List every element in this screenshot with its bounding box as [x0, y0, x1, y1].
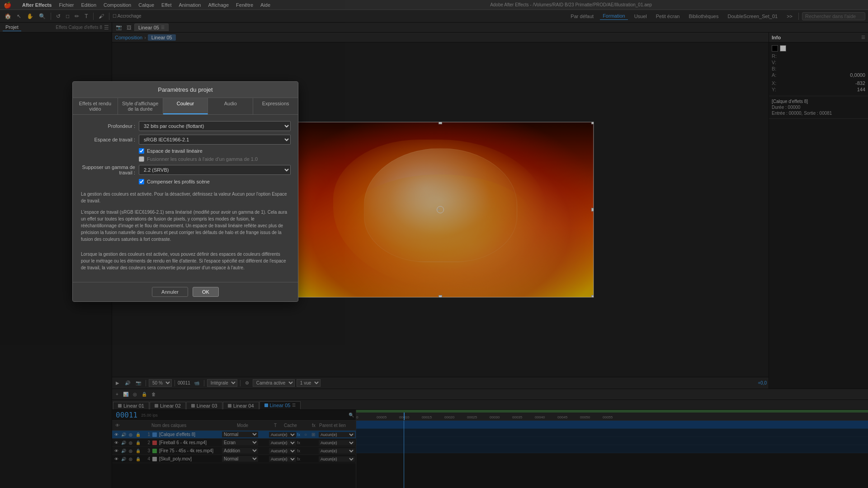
check-compenser-label: Compenser les profils scène — [147, 179, 210, 184]
info-text-3: Lorsque la gestion des couleurs est acti… — [80, 251, 291, 271]
dialog-tab-effets[interactable]: Effets et rendu vidéo — [73, 98, 118, 114]
espace-control: sRGB IEC61966-2.1 — [139, 135, 291, 145]
dialog-projet: Paramètres du projet Effets et rendu vid… — [72, 81, 298, 302]
check-fusionner[interactable] — [139, 156, 144, 162]
info-text-2: L'espace de travail (sRGB IEC61966-2.1) … — [80, 209, 291, 243]
espace-label: Espace de travail : — [80, 137, 139, 142]
dialog-tabs: Effets et rendu vidéo Style d'affichage … — [73, 98, 298, 115]
dialog-tab-couleur[interactable]: Couleur — [163, 98, 208, 114]
gamma-label: Supposer un gamma de travail : — [80, 164, 139, 175]
espace-row: Espace de travail : sRGB IEC61966-2.1 — [80, 135, 291, 145]
check-lineaire-label: Espace de travail linéaire — [147, 148, 203, 154]
dialog-title: Paramètres du projet — [73, 82, 298, 98]
gamma-control: 2.2 (SRVB) — [139, 165, 291, 175]
espace-select[interactable]: sRGB IEC61966-2.1 — [139, 135, 291, 145]
dialog-overlay: Paramètres du projet Effets et rendu vid… — [0, 0, 868, 488]
dialog-tab-audio[interactable]: Audio — [208, 98, 253, 114]
check-fusionner-label: Fusionner les couleurs à l'aide d'un gam… — [147, 156, 258, 162]
check-lineaire[interactable] — [139, 148, 144, 154]
profondeur-control: 32 bits par couche (flottant) — [139, 121, 291, 131]
check-compenser-row: Compenser les profils scène — [139, 179, 291, 184]
profondeur-select[interactable]: 32 bits par couche (flottant) — [139, 121, 291, 131]
profondeur-label: Profondeur : — [80, 123, 139, 129]
cancel-button[interactable]: Annuler — [152, 287, 188, 297]
check-lineaire-row: Espace de travail linéaire — [139, 148, 291, 154]
dialog-footer: Annuler OK — [73, 282, 298, 301]
check-compenser[interactable] — [139, 179, 144, 184]
ok-button[interactable]: OK — [193, 287, 219, 297]
info-text-1: La gestion des couleurs est activée. Pou… — [80, 191, 291, 204]
dialog-tab-style[interactable]: Style d'affichage de la durée — [118, 98, 163, 114]
gamma-row: Supposer un gamma de travail : 2.2 (SRVB… — [80, 164, 291, 175]
spacer1 — [80, 187, 291, 191]
dialog-tab-expressions[interactable]: Expressions — [253, 98, 298, 114]
check-fusionner-row: Fusionner les couleurs à l'aide d'un gam… — [139, 156, 291, 162]
gamma-select[interactable]: 2.2 (SRVB) — [139, 165, 291, 175]
dialog-body: Profondeur : 32 bits par couche (flottan… — [73, 115, 298, 282]
spacer2 — [80, 247, 291, 251]
profondeur-row: Profondeur : 32 bits par couche (flottan… — [80, 121, 291, 131]
